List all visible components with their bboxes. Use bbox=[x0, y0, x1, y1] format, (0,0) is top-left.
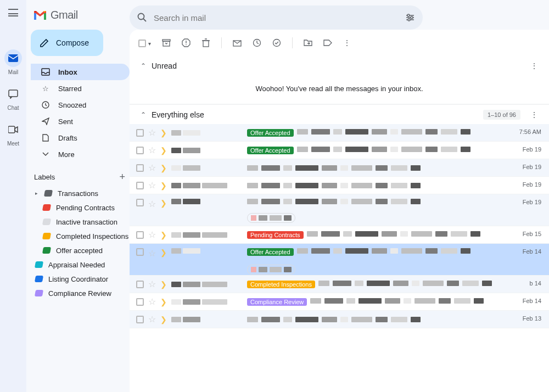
label-item[interactable]: Completed Inspections bbox=[31, 229, 130, 243]
star-button[interactable]: ☆ bbox=[148, 145, 156, 155]
tune-icon[interactable] bbox=[405, 13, 415, 23]
nav-label: Inbox bbox=[58, 68, 77, 76]
email-row[interactable]: ☆❯Offer Accepted Feb 14 bbox=[130, 244, 549, 276]
label-item[interactable]: Offer accepted bbox=[31, 243, 130, 257]
star-button[interactable]: ☆ bbox=[148, 314, 156, 324]
importance-marker[interactable]: ❯ bbox=[160, 146, 167, 155]
email-row[interactable]: ☆❯Offer Accepted Feb 19 bbox=[130, 142, 549, 159]
label-item[interactable]: Appraisal Needed bbox=[31, 257, 130, 272]
search-bar[interactable] bbox=[130, 5, 423, 30]
email-time: b 14 bbox=[530, 280, 541, 287]
row-checkbox[interactable] bbox=[136, 147, 144, 154]
main-menu-button[interactable] bbox=[8, 9, 18, 16]
star-button[interactable]: ☆ bbox=[148, 296, 156, 307]
chevron-up-icon: ⌃ bbox=[141, 62, 146, 70]
label-item[interactable]: Pending Contracts bbox=[31, 200, 130, 215]
email-time: Feb 19 bbox=[523, 199, 541, 205]
compose-button[interactable]: Compose bbox=[31, 30, 103, 56]
more-button[interactable]: ⋮ bbox=[343, 38, 351, 47]
label-swatch bbox=[35, 261, 43, 268]
gmail-logo[interactable]: Gmail bbox=[33, 9, 78, 21]
subject: Compliance Review bbox=[247, 298, 542, 306]
label-swatch bbox=[42, 219, 51, 225]
importance-marker[interactable]: ❯ bbox=[160, 231, 167, 239]
row-checkbox[interactable] bbox=[136, 248, 144, 256]
rail-chat[interactable]: Chat bbox=[4, 85, 22, 111]
sender bbox=[171, 232, 243, 238]
email-time: Feb 14 bbox=[523, 248, 541, 255]
label-text: Completed Inspections bbox=[56, 232, 128, 240]
row-checkbox[interactable] bbox=[136, 199, 144, 206]
svg-point-8 bbox=[411, 16, 413, 19]
importance-marker[interactable]: ❯ bbox=[160, 298, 167, 306]
search-input[interactable] bbox=[154, 13, 399, 23]
svg-rect-2 bbox=[8, 126, 15, 133]
svg-rect-4 bbox=[44, 13, 46, 20]
row-checkbox[interactable] bbox=[136, 298, 144, 306]
email-row[interactable]: ☆❯Offer Accepted 7:56 AM bbox=[130, 124, 549, 142]
star-button[interactable]: ☆ bbox=[148, 163, 156, 173]
row-checkbox[interactable] bbox=[136, 182, 144, 189]
add-label-button[interactable]: + bbox=[119, 171, 125, 183]
star-button[interactable]: ☆ bbox=[148, 229, 156, 240]
star-button[interactable]: ☆ bbox=[148, 127, 156, 138]
delete-button[interactable] bbox=[201, 38, 210, 47]
star-button[interactable]: ☆ bbox=[148, 180, 156, 191]
attachment-chip[interactable] bbox=[247, 265, 295, 275]
star-button[interactable]: ☆ bbox=[148, 279, 156, 289]
unread-more-button[interactable]: ⋮ bbox=[530, 61, 538, 70]
star-button[interactable]: ☆ bbox=[148, 248, 156, 259]
email-row[interactable]: ☆❯ Feb 19 bbox=[130, 159, 549, 177]
row-checkbox[interactable] bbox=[136, 316, 144, 323]
mark-read-button[interactable] bbox=[233, 39, 242, 47]
unread-section-header[interactable]: ⌃ Unread ⋮ bbox=[130, 56, 549, 76]
archive-button[interactable] bbox=[162, 38, 171, 47]
select-all-checkbox[interactable]: ▾ bbox=[138, 38, 151, 47]
importance-marker[interactable]: ❯ bbox=[160, 164, 167, 172]
label-item[interactable]: Inactive transaction bbox=[31, 215, 130, 229]
svg-point-7 bbox=[407, 14, 410, 16]
nav-more[interactable]: More bbox=[31, 146, 130, 163]
rail-meet[interactable]: Meet bbox=[4, 121, 22, 147]
email-row[interactable]: ☆❯ Feb 13 bbox=[130, 311, 549, 328]
rail-mail[interactable]: Mail bbox=[4, 49, 22, 75]
email-time: Feb 13 bbox=[523, 315, 541, 322]
label-swatch bbox=[35, 290, 43, 296]
importance-marker[interactable]: ❯ bbox=[160, 248, 167, 257]
label-item[interactable]: ▸Transactions bbox=[31, 186, 130, 200]
email-row[interactable]: ☆❯Pending Contracts Feb 15 bbox=[130, 226, 549, 244]
snooze-button[interactable] bbox=[253, 38, 261, 47]
report-spam-button[interactable] bbox=[182, 38, 191, 47]
row-checkbox[interactable] bbox=[136, 281, 144, 288]
row-checkbox[interactable] bbox=[136, 231, 144, 239]
importance-marker[interactable]: ❯ bbox=[160, 199, 167, 208]
label-item[interactable]: Listing Coordinator bbox=[31, 272, 130, 286]
sent-icon bbox=[41, 117, 51, 125]
nav-starred[interactable]: ☆ Starred bbox=[31, 80, 130, 97]
attachment-icon bbox=[251, 267, 256, 272]
importance-marker[interactable]: ❯ bbox=[160, 128, 167, 137]
email-time: Feb 19 bbox=[523, 164, 541, 170]
nav-drafts[interactable]: Drafts bbox=[31, 130, 130, 146]
star-button[interactable]: ☆ bbox=[148, 199, 156, 209]
email-row[interactable]: ☆❯Compliance Review Feb 14 bbox=[130, 293, 549, 311]
email-time: Feb 15 bbox=[523, 231, 541, 237]
move-to-button[interactable] bbox=[304, 39, 312, 47]
nav-sent[interactable]: Sent bbox=[31, 113, 130, 130]
row-checkbox[interactable] bbox=[136, 129, 144, 137]
add-task-button[interactable] bbox=[272, 38, 281, 47]
nav-inbox[interactable]: Inbox bbox=[31, 64, 130, 80]
importance-marker[interactable]: ❯ bbox=[160, 181, 167, 190]
importance-marker[interactable]: ❯ bbox=[160, 315, 167, 324]
email-row[interactable]: ☆❯ Feb 19 bbox=[130, 194, 549, 226]
else-section-header[interactable]: ⌃ Everything else 1–10 of 96 ⋮ bbox=[130, 104, 549, 124]
email-row[interactable]: ☆❯Completed Inspections b 14 bbox=[130, 276, 549, 293]
else-more-button[interactable]: ⋮ bbox=[530, 110, 538, 119]
email-row[interactable]: ☆❯ Feb 19 bbox=[130, 177, 549, 194]
attachment-chip[interactable] bbox=[247, 213, 295, 223]
nav-snoozed[interactable]: Snoozed bbox=[31, 97, 130, 113]
labels-button[interactable] bbox=[323, 39, 332, 47]
importance-marker[interactable]: ❯ bbox=[160, 280, 167, 289]
label-item[interactable]: Compliance Review bbox=[31, 286, 130, 300]
row-checkbox[interactable] bbox=[136, 164, 144, 172]
